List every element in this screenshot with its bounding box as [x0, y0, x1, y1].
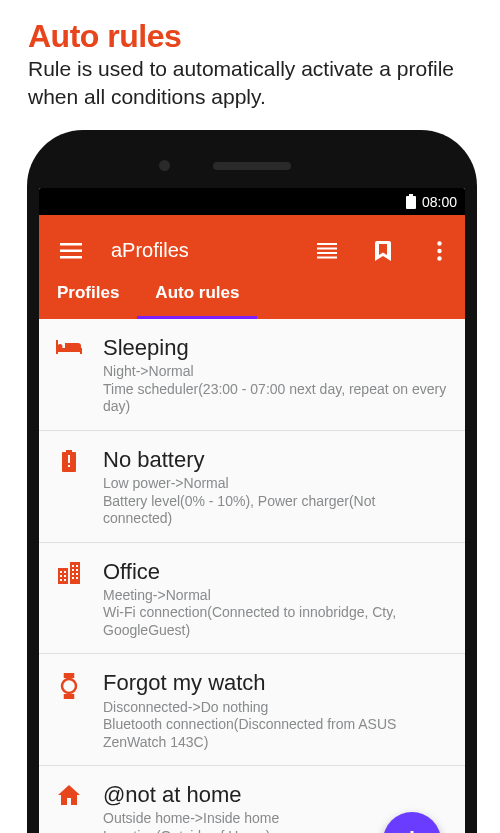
svg-rect-16 — [60, 579, 62, 581]
svg-rect-15 — [64, 575, 66, 577]
svg-rect-11 — [68, 465, 70, 467]
menu-button[interactable] — [55, 235, 87, 267]
svg-rect-6 — [317, 256, 337, 258]
rule-item[interactable]: No battery Low power->Normal Battery lev… — [39, 431, 465, 543]
svg-rect-22 — [72, 573, 74, 575]
svg-rect-3 — [317, 243, 337, 245]
rule-transition: Night->Normal — [103, 363, 447, 381]
screen: 08:00 aProfiles Profiles Auto rules — [39, 188, 465, 833]
svg-rect-20 — [72, 569, 74, 571]
status-bar: 08:00 — [39, 188, 465, 215]
hamburger-icon — [60, 243, 82, 259]
rule-item[interactable]: Forgot my watch Disconnected->Do nothing… — [39, 654, 465, 766]
battery-icon — [406, 194, 416, 209]
tab-profiles[interactable]: Profiles — [39, 271, 137, 319]
svg-rect-12 — [60, 571, 62, 573]
rules-list[interactable]: Sleeping Night->Normal Time scheduler(23… — [39, 319, 465, 833]
home-icon — [55, 785, 83, 805]
rule-transition: Meeting->Normal — [103, 587, 447, 605]
svg-point-9 — [437, 256, 441, 260]
tab-bar: Profiles Auto rules — [39, 271, 465, 319]
svg-rect-25 — [76, 577, 78, 579]
rule-conditions: Wi-Fi connection(Connected to innobridge… — [103, 604, 447, 639]
watch-icon — [55, 673, 83, 699]
svg-rect-5 — [317, 252, 337, 254]
clock-label: 08:00 — [422, 194, 457, 210]
lines-icon — [317, 243, 337, 259]
more-vert-icon — [437, 241, 442, 261]
svg-rect-1 — [60, 249, 82, 252]
svg-rect-0 — [60, 243, 82, 246]
rule-transition: Disconnected->Do nothing — [103, 699, 447, 717]
rule-conditions: Bluetooth connection(Disconnected from A… — [103, 716, 447, 751]
rule-conditions: Battery level(0% - 10%), Power charger(N… — [103, 493, 447, 528]
bookmark-button[interactable] — [367, 235, 399, 267]
svg-rect-4 — [317, 247, 337, 249]
battery-alert-icon — [55, 450, 83, 472]
rule-item[interactable]: Sleeping Night->Normal Time scheduler(23… — [39, 319, 465, 431]
svg-rect-23 — [76, 573, 78, 575]
bookmark-icon — [375, 241, 391, 261]
promo-subtitle: Rule is used to automatically activate a… — [28, 55, 472, 112]
svg-rect-17 — [64, 579, 66, 581]
svg-point-26 — [62, 679, 76, 693]
rule-transition: Low power->Normal — [103, 475, 447, 493]
svg-rect-2 — [60, 256, 82, 259]
svg-rect-14 — [60, 575, 62, 577]
rule-title: @not at home — [103, 782, 447, 807]
svg-rect-19 — [76, 565, 78, 567]
app-title: aProfiles — [111, 239, 287, 262]
svg-rect-24 — [72, 577, 74, 579]
list-lines-button[interactable] — [311, 235, 343, 267]
rule-title: No battery — [103, 447, 447, 472]
svg-rect-18 — [72, 565, 74, 567]
svg-rect-21 — [76, 569, 78, 571]
app-bar: aProfiles — [39, 215, 465, 271]
rule-title: Sleeping — [103, 335, 447, 360]
rule-title: Office — [103, 559, 447, 584]
svg-point-7 — [437, 241, 441, 245]
bed-icon — [55, 338, 83, 356]
svg-rect-13 — [64, 571, 66, 573]
building-icon — [55, 562, 83, 584]
rule-conditions: Time scheduler(23:00 - 07:00 next day, r… — [103, 381, 447, 416]
svg-rect-10 — [68, 455, 70, 463]
rule-title: Forgot my watch — [103, 670, 447, 695]
rule-item[interactable]: Office Meeting->Normal Wi-Fi connection(… — [39, 543, 465, 655]
tab-auto-rules[interactable]: Auto rules — [137, 271, 257, 319]
promo-title: Auto rules — [28, 18, 472, 55]
svg-point-8 — [437, 248, 441, 252]
device-frame: 08:00 aProfiles Profiles Auto rules — [27, 130, 477, 833]
overflow-button[interactable] — [423, 235, 455, 267]
